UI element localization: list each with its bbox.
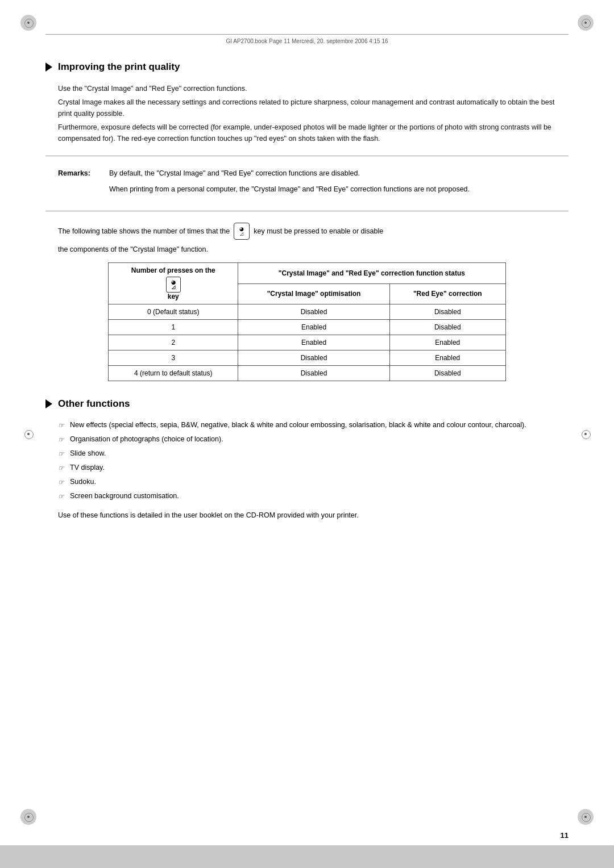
intro-line3: Furthermore, exposure defects will be co… <box>58 122 569 144</box>
remarks-block: Remarks: By default, the "Crystal Image"… <box>58 168 569 199</box>
bullet-icon: ☞ <box>58 477 64 487</box>
key-icon-inline: ◕ ◿ <box>234 223 250 240</box>
presses-table: Number of presses on the ◕ ◿ key "Crysta… <box>108 262 505 381</box>
cell-presses: 3 <box>109 350 238 366</box>
intro-line1: Use the "Crystal Image" and "Red Eye" co… <box>58 83 569 94</box>
section1-arrow <box>45 62 52 72</box>
divider2 <box>45 211 569 211</box>
cell-col2: Disabled <box>238 350 390 366</box>
th-col1-line2: key <box>114 293 232 301</box>
table-row: 2EnabledEnabled <box>109 335 505 350</box>
reg-mark-tl <box>23 17 34 28</box>
list-item-text: TV display. <box>70 462 105 473</box>
page: GI AP2700.book Page 11 Mercredi, 20. sep… <box>0 0 614 868</box>
cell-col3: Disabled <box>389 366 505 381</box>
list-item: ☞Sudoku. <box>58 477 569 487</box>
list-item: ☞TV display. <box>58 462 569 473</box>
cell-col3: Disabled <box>389 304 505 320</box>
key-desc-line2: the components of the "Crystal Image" fu… <box>58 245 569 253</box>
reg-mark-mr <box>580 428 591 440</box>
th-col23-header: "Crystal Image" and "Red Eye" correction… <box>238 263 505 284</box>
key-desc-before: The following table shows the number of … <box>58 226 230 237</box>
reg-mark-br <box>580 811 591 823</box>
list-item: ☞New effects (special effects, sepia, B&… <box>58 420 569 431</box>
cell-col3: Enabled <box>389 350 505 366</box>
table-row: 1EnabledDisabled <box>109 320 505 335</box>
cell-presses: 4 (return to default status) <box>109 366 238 381</box>
th-col2-sub: "Crystal Image" optimisation <box>238 283 390 304</box>
bullet-icon: ☞ <box>58 420 64 431</box>
note-box: Use of these functions is detailed in th… <box>58 510 556 521</box>
key-desc: The following table shows the number of … <box>58 223 569 240</box>
remarks-label: Remarks: <box>58 168 98 199</box>
cell-col2: Enabled <box>238 320 390 335</box>
bullet-icon: ☞ <box>58 435 64 445</box>
list-item: ☞Organisation of photographs (choice of … <box>58 434 569 445</box>
cell-col2: Disabled <box>238 366 390 381</box>
section2-heading: Other functions <box>45 398 569 410</box>
th-col3-sub: "Red Eye" correction <box>389 283 505 304</box>
th-col1: Number of presses on the ◕ ◿ key <box>109 263 238 304</box>
reg-mark-bl <box>23 811 34 823</box>
reg-mark-tr <box>580 17 591 28</box>
remarks-content: By default, the "Crystal Image" and "Red… <box>109 168 569 199</box>
page-number: 11 <box>561 831 569 840</box>
reg-mark-ml <box>23 428 34 440</box>
bullet-icon: ☞ <box>58 463 64 473</box>
divider1 <box>45 156 569 156</box>
table-row: 3DisabledEnabled <box>109 350 505 366</box>
cell-presses: 0 (Default status) <box>109 304 238 320</box>
section2-arrow <box>45 399 52 408</box>
remarks-line2: When printing from a personal computer, … <box>109 183 569 195</box>
th-col1-line1: Number of presses on the <box>114 266 232 274</box>
cell-presses: 1 <box>109 320 238 335</box>
cell-presses: 2 <box>109 335 238 350</box>
intro-line2: Crystal Image makes all the necessary se… <box>58 97 569 119</box>
list-item: ☞Slide show. <box>58 448 569 459</box>
bullet-list: ☞New effects (special effects, sepia, B&… <box>58 420 569 502</box>
list-item: ☞Screen background customisation. <box>58 491 569 502</box>
cell-col3: Enabled <box>389 335 505 350</box>
key-icon-table: ◕ ◿ <box>166 277 181 293</box>
table-row: 0 (Default status)DisabledDisabled <box>109 304 505 320</box>
list-item-text: Organisation of photographs (choice of l… <box>70 434 223 445</box>
section1-title: Improving the print quality <box>58 61 180 73</box>
table-wrapper: Number of presses on the ◕ ◿ key "Crysta… <box>108 262 505 381</box>
bullet-icon: ☞ <box>58 491 64 502</box>
list-item-text: Sudoku. <box>70 477 96 487</box>
cell-col3: Disabled <box>389 320 505 335</box>
section2-title: Other functions <box>58 398 130 410</box>
cell-col2: Disabled <box>238 304 390 320</box>
remarks-line1: By default, the "Crystal Image" and "Red… <box>109 168 569 179</box>
list-item-text: Slide show. <box>70 448 106 459</box>
table-body: 0 (Default status)DisabledDisabled1Enabl… <box>109 304 505 381</box>
list-item-text: New effects (special effects, sepia, B&W… <box>70 420 526 431</box>
section1-heading: Improving the print quality <box>45 61 569 73</box>
cell-col2: Enabled <box>238 335 390 350</box>
bottom-strip <box>0 845 614 868</box>
meta-line: GI AP2700.book Page 11 Mercredi, 20. sep… <box>45 34 569 44</box>
bullet-icon: ☞ <box>58 449 64 459</box>
table-row: 4 (return to default status)DisabledDisa… <box>109 366 505 381</box>
section1-intro: Use the "Crystal Image" and "Red Eye" co… <box>58 83 569 144</box>
list-item-text: Screen background customisation. <box>70 491 179 502</box>
key-desc-after: key must be pressed to enable or disable <box>254 226 383 237</box>
